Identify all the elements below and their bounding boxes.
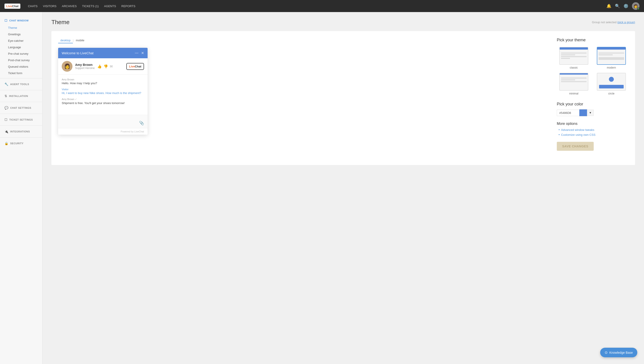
advanced-window-tweaks-link[interactable]: Advanced window tweaks — [561, 128, 594, 132]
agent-name: Amy Brown — [75, 63, 95, 66]
group-info: Group not selected (pick a group) — [592, 20, 635, 24]
circle-bar — [599, 85, 624, 88]
sidebar-item-eye-catcher[interactable]: Eye-catcher — [0, 38, 42, 44]
agent-avatar: 👩 — [62, 61, 72, 72]
thumbs-down-icon[interactable]: 👎 — [104, 64, 108, 68]
theme-picker-title: Pick your theme — [557, 38, 628, 42]
kb-icon: ⊙ — [605, 350, 607, 354]
color-hex-input[interactable] — [557, 110, 579, 116]
nav-tickets[interactable]: TICKETS (1) — [82, 4, 99, 8]
sidebar-agent-tools[interactable]: 🔧 AGENT TOOLS — [0, 80, 42, 88]
visitor-label: Visitor — [62, 88, 144, 91]
avatar-wrap[interactable]: 👩 — [632, 2, 639, 10]
msg2-text: Shipment is free. You'll get your shoes … — [62, 101, 144, 105]
nav-reports[interactable]: REPORTS — [121, 4, 135, 8]
color-swatch[interactable] — [579, 109, 587, 116]
color-picker-title: Pick your color — [557, 102, 628, 106]
more-option-css: Customize using own CSS — [559, 133, 628, 136]
close-icon[interactable]: ✕ — [141, 51, 144, 55]
chat-messages: Amy Brown Hello. How may I help you? Vis… — [58, 74, 148, 115]
msg2-icon: ✓ — [75, 98, 77, 100]
sidebar-ticket-settings[interactable]: ☐ TICKET SETTINGS — [0, 116, 42, 124]
gear-icon[interactable]: ⚙️ — [623, 4, 628, 8]
agent-info: 👩 Amy Brown Support Heroine 👍 👎 ✉ — [62, 61, 113, 72]
theme-thumbnail-minimal — [559, 73, 588, 91]
msg2-sender: Amy Brown ✓ — [62, 98, 144, 101]
sidebar-item-ticket-form[interactable]: Ticket form — [0, 70, 42, 76]
theme-thumbnail-classic — [559, 47, 588, 65]
theme-option-classic[interactable]: classic — [557, 47, 591, 69]
sidebar-integrations[interactable]: 🔌 INTEGRATIONS — [0, 128, 42, 136]
tab-desktop[interactable]: desktop — [58, 38, 73, 43]
bell-icon[interactable]: 🔔 — [606, 4, 611, 8]
nav-archives[interactable]: ARCHIVES — [62, 4, 77, 8]
tab-mobile[interactable]: mobile — [74, 38, 87, 43]
chat-window-icon: ☐ — [5, 19, 8, 22]
logo-orange: Live — [6, 4, 12, 8]
agent-tools-icon: 🔧 — [5, 82, 9, 86]
thumbs-up-icon[interactable]: 👍 — [97, 64, 102, 68]
sidebar-security[interactable]: 🔒 SECURITY — [0, 139, 42, 148]
msg1-text: Hello. How may I help you? — [62, 81, 144, 85]
sidebar-divider-1 — [0, 78, 42, 78]
sidebar-chat-window[interactable]: ☐ CHAT WINDOW — [0, 16, 42, 24]
theme-label-classic: classic — [557, 66, 591, 69]
color-dropdown[interactable]: ▼ — [587, 110, 594, 116]
sidebar: ☐ CHAT WINDOW Theme Greetings Eye-catche… — [0, 12, 43, 364]
email-icon[interactable]: ✉ — [110, 64, 113, 68]
chat-footer: Powered by LiveChat — [58, 128, 148, 135]
theme-option-circle[interactable]: circle — [594, 73, 628, 95]
theme-thumbnail-circle — [597, 73, 626, 91]
minimize-icon[interactable]: — — [135, 51, 138, 55]
sidebar-item-theme[interactable]: Theme — [0, 24, 42, 31]
preview-area: desktop | mobile Welcome to LiveChat — ✕ — [58, 38, 543, 158]
sidebar-divider-4 — [0, 114, 42, 114]
theme-label-minimal: minimal — [557, 92, 591, 95]
agent-bar: 👩 Amy Brown Support Heroine 👍 👎 ✉ — [58, 58, 148, 74]
top-icons: 🔔 🔍 ⚙️ 👩 — [606, 2, 639, 10]
kb-label: Knowledge Base — [609, 351, 633, 354]
sidebar-chat-settings[interactable]: 💬 CHAT SETTINGS — [0, 104, 42, 112]
attach-icon[interactable]: 📎 — [139, 120, 144, 126]
agent-role: Support Heroine — [75, 66, 95, 70]
knowledge-base-button[interactable]: ⊙ Knowledge Base — [600, 348, 637, 357]
color-input-row: ▼ — [557, 109, 628, 116]
chat-title: Welcome to LiveChat — [62, 51, 93, 55]
sidebar-item-queued[interactable]: Queued visitors — [0, 64, 42, 70]
nav-chats[interactable]: CHATS — [28, 4, 38, 8]
sidebar-item-language[interactable]: Language — [0, 44, 42, 50]
sidebar-item-greetings[interactable]: Greetings — [0, 31, 42, 38]
theme-label-circle: circle — [594, 92, 628, 95]
theme-thumbnail-modern — [597, 47, 626, 65]
color-section: Pick your color ▼ — [557, 102, 628, 116]
security-icon: 🔒 — [5, 142, 9, 145]
visitor-msg: Hi, I want to buy new Nike shoes. How mu… — [62, 91, 144, 95]
content-card: desktop | mobile Welcome to LiveChat — ✕ — [51, 31, 635, 165]
page-title: Theme — [51, 19, 70, 26]
circle-dot — [609, 77, 614, 82]
chat-input-area[interactable]: 📎 — [58, 115, 148, 128]
theme-option-modern[interactable]: modern — [594, 47, 628, 69]
nav-visitors[interactable]: VISITORS — [43, 4, 56, 8]
logo-preview-orange: Live — [129, 65, 135, 68]
theme-option-minimal[interactable]: minimal — [557, 73, 591, 95]
customize-css-link[interactable]: Customize using own CSS — [561, 133, 595, 136]
powered-by-text: Powered by LiveChat — [121, 130, 144, 133]
nav-agents[interactable]: AGENTS — [104, 4, 116, 8]
installation-icon: ⇅ — [5, 94, 7, 98]
page-header: Theme Group not selected (pick a group) — [51, 19, 635, 26]
online-dot — [637, 8, 639, 10]
sidebar-item-pre-chat[interactable]: Pre-chat survey — [0, 50, 42, 57]
livechat-logo: LiveChat — [126, 63, 144, 70]
top-navigation: LiveChat CHATS VISITORS ARCHIVES TICKETS… — [0, 0, 644, 12]
search-icon[interactable]: 🔍 — [615, 4, 620, 8]
sidebar-installation[interactable]: ⇅ INSTALLATION — [0, 92, 42, 100]
agent-details: Amy Brown Support Heroine — [75, 63, 95, 70]
logo-dark: Chat — [12, 4, 19, 8]
agent-actions: 👍 👎 ✉ — [97, 64, 113, 68]
logo[interactable]: LiveChat — [5, 4, 20, 9]
sidebar-item-post-chat[interactable]: Post-chat survey — [0, 57, 42, 64]
save-changes-button[interactable]: SAVE CHANGES — [557, 142, 594, 151]
theme-grid: classic modern — [557, 47, 628, 95]
pick-a-group-link[interactable]: (pick a group) — [617, 20, 635, 24]
